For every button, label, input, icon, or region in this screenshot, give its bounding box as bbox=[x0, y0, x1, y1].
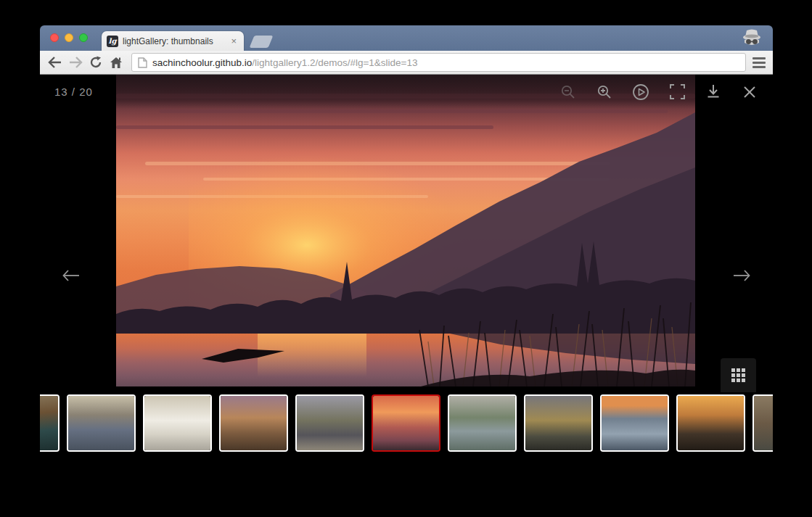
window-titlebar: lg lightGallery: thumbnails × bbox=[40, 25, 773, 51]
next-slide-arrow[interactable] bbox=[729, 265, 754, 286]
lightgallery-overlay: 13 / 20 bbox=[40, 75, 773, 458]
incognito-icon bbox=[737, 27, 766, 49]
address-bar[interactable]: sachinchoolur.github.io/lightgallery1.2/… bbox=[131, 53, 746, 72]
tab-close-icon[interactable]: × bbox=[229, 36, 238, 46]
slide-counter: 13 / 20 bbox=[54, 86, 93, 98]
reload-button[interactable] bbox=[86, 53, 105, 72]
thumbnail-snow-stones[interactable] bbox=[143, 394, 212, 452]
fullscreen-icon[interactable] bbox=[659, 75, 695, 109]
thumbnail-flooded-gate[interactable] bbox=[67, 394, 136, 452]
gallery-actions bbox=[550, 75, 768, 109]
window-controls bbox=[50, 33, 88, 42]
thumbnail-strip bbox=[40, 392, 773, 455]
page-icon bbox=[138, 57, 147, 68]
thumbnail-jetty-sunset[interactable] bbox=[676, 394, 745, 452]
back-button[interactable] bbox=[46, 53, 65, 72]
new-tab-button[interactable] bbox=[250, 36, 274, 48]
previous-slide-arrow[interactable] bbox=[59, 265, 83, 286]
screen-background: lg lightGallery: thumbnails × bbox=[0, 0, 812, 517]
thumbnail-hillside-lake[interactable] bbox=[40, 394, 60, 452]
chrome-menu-icon[interactable] bbox=[751, 56, 767, 70]
thumbnail-frosty-road[interactable] bbox=[295, 394, 364, 452]
forward-button[interactable] bbox=[66, 53, 85, 72]
thumbnail-waves-rocks[interactable] bbox=[600, 394, 669, 452]
play-slideshow-icon[interactable] bbox=[623, 75, 659, 109]
zoom-out-icon[interactable] bbox=[550, 75, 586, 109]
download-icon[interactable] bbox=[695, 75, 731, 109]
zoom-in-icon[interactable] bbox=[586, 75, 623, 109]
thumbnail-track bbox=[40, 394, 773, 452]
close-gallery-icon[interactable] bbox=[731, 75, 768, 109]
browser-toolbar: sachinchoolur.github.io/lightgallery1.2/… bbox=[40, 51, 773, 75]
home-button[interactable] bbox=[107, 53, 126, 72]
gallery-topbar: 13 / 20 bbox=[40, 75, 773, 109]
browser-tab[interactable]: lg lightGallery: thumbnails × bbox=[102, 31, 244, 51]
tab-title: lightGallery: thumbnails bbox=[123, 36, 229, 46]
lightgallery-favicon-icon: lg bbox=[107, 36, 118, 47]
close-window-button[interactable] bbox=[50, 33, 59, 42]
url-text: sachinchoolur.github.io/lightgallery1.2/… bbox=[152, 57, 418, 68]
thumbnail-autumn-boat[interactable] bbox=[219, 394, 288, 452]
thumbnail-country-lane[interactable] bbox=[524, 394, 593, 452]
thumbnail-sunset-lake-active[interactable] bbox=[372, 394, 440, 452]
slide-image bbox=[116, 75, 695, 386]
grid-icon bbox=[731, 368, 745, 382]
browser-window: lg lightGallery: thumbnails × bbox=[40, 25, 773, 459]
url-path: /lightgallery1.2/demos/#lg=1&slide=13 bbox=[252, 57, 417, 68]
thumbnail-rocky-shore[interactable] bbox=[448, 394, 517, 452]
thumbnail-mountain-reflection[interactable] bbox=[752, 394, 773, 452]
url-host: sachinchoolur.github.io bbox=[152, 57, 252, 68]
minimize-window-button[interactable] bbox=[65, 33, 73, 42]
thumbnail-toggle-button[interactable] bbox=[721, 358, 756, 392]
zoom-window-button[interactable] bbox=[79, 33, 88, 42]
